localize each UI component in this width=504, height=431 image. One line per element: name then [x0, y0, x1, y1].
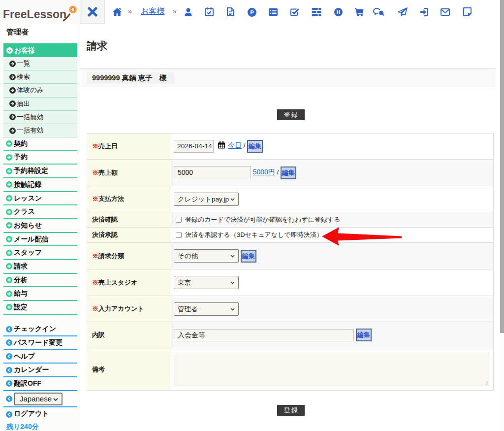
svg-text:P: P — [250, 9, 254, 15]
